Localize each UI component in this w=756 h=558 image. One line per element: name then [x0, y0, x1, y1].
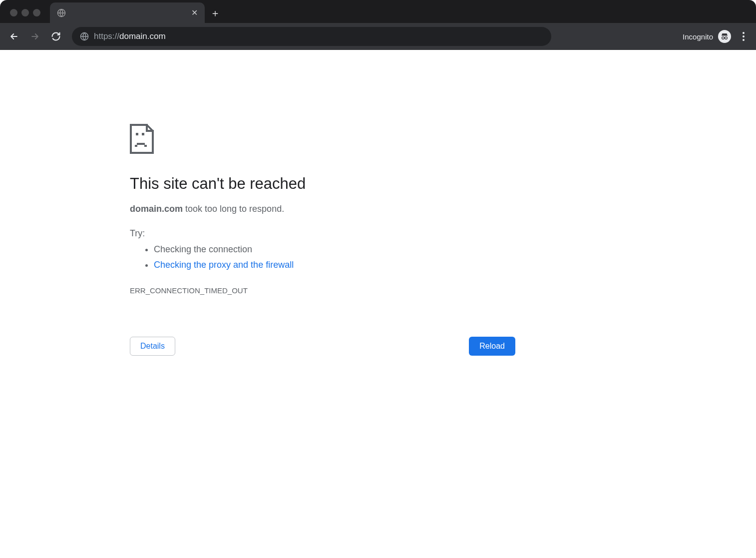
error-code: ERR_CONNECTION_TIMED_OUT — [130, 286, 519, 295]
chrome-menu-icon[interactable] — [736, 28, 751, 45]
svg-rect-10 — [135, 145, 137, 147]
new-tab-button[interactable]: ＋ — [207, 4, 224, 21]
svg-rect-11 — [144, 145, 147, 147]
globe-icon — [57, 8, 66, 17]
error-subtext: domain.com took too long to respond. — [130, 204, 519, 214]
reload-button[interactable]: Reload — [469, 337, 515, 356]
reload-nav-button[interactable] — [47, 27, 65, 45]
tab-close-icon[interactable]: ✕ — [189, 6, 200, 19]
svg-rect-7 — [136, 133, 138, 135]
suggestion-item: Checking the connection — [154, 242, 519, 257]
back-button[interactable] — [5, 27, 23, 45]
incognito-icon[interactable] — [718, 30, 731, 43]
page-content: This site can't be reached domain.com to… — [0, 50, 756, 558]
button-row: Details Reload — [130, 337, 519, 356]
url-scheme: https:// — [94, 31, 119, 41]
sad-page-icon — [130, 124, 519, 154]
svg-rect-9 — [137, 143, 145, 145]
window-minimize-dot[interactable] — [21, 9, 29, 16]
suggestion-list: Checking the connection Checking the pro… — [130, 242, 519, 272]
url-domain: domain.com — [119, 31, 166, 41]
svg-point-4 — [743, 32, 745, 34]
toolbar: https://domain.com Incognito — [0, 23, 756, 50]
forward-button — [26, 27, 44, 45]
window-controls[interactable] — [10, 9, 40, 16]
incognito-label: Incognito — [683, 32, 713, 41]
site-info-icon[interactable] — [80, 32, 89, 41]
try-label: Try: — [130, 228, 519, 239]
error-message-tail: took too long to respond. — [183, 204, 284, 214]
svg-point-5 — [743, 35, 745, 37]
browser-tab[interactable]: ✕ — [50, 2, 205, 23]
error-heading: This site can't be reached — [130, 175, 519, 193]
error-domain: domain.com — [130, 204, 183, 214]
svg-point-2 — [722, 37, 725, 39]
svg-rect-8 — [142, 133, 144, 135]
url-text: https://domain.com — [94, 31, 166, 41]
window-zoom-dot[interactable] — [33, 9, 40, 16]
details-button[interactable]: Details — [130, 337, 175, 356]
browser-chrome: ✕ ＋ https://domain.com Incognito — [0, 0, 756, 50]
tab-strip: ✕ ＋ — [0, 0, 756, 23]
proxy-firewall-link[interactable]: Checking the proxy and the firewall — [154, 260, 294, 270]
suggestion-item: Checking the proxy and the firewall — [154, 257, 519, 273]
address-bar[interactable]: https://domain.com — [72, 27, 551, 46]
svg-point-6 — [743, 39, 745, 41]
window-close-dot[interactable] — [10, 9, 17, 16]
error-container: This site can't be reached domain.com to… — [130, 124, 519, 558]
svg-point-3 — [725, 37, 728, 39]
